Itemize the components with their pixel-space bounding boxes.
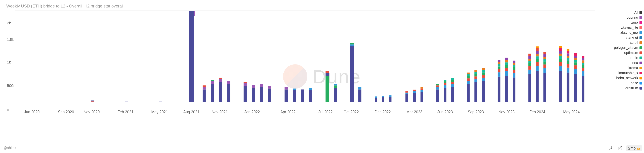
svg-rect-98 [482, 68, 485, 70]
svg-rect-177 [582, 58, 584, 60]
legend-label-starknet: starknet [626, 36, 638, 40]
svg-rect-117 [513, 65, 516, 67]
legend-item-zora[interactable]: zora [614, 20, 642, 24]
svg-rect-68 [436, 87, 439, 90]
svg-rect-158 [567, 58, 570, 61]
legend-item-linea[interactable]: linea [614, 61, 642, 65]
legend-item-boba-network[interactable]: boba_network [614, 76, 642, 80]
svg-rect-10 [159, 102, 162, 102]
svg-rect-53 [382, 97, 384, 102]
svg-rect-64 [420, 90, 423, 92]
svg-rect-108 [505, 68, 508, 71]
svg-rect-150 [559, 54, 562, 56]
svg-rect-109 [505, 65, 508, 68]
svg-rect-136 [536, 46, 539, 48]
svg-rect-171 [582, 76, 584, 102]
svg-rect-139 [544, 64, 546, 68]
svg-rect-11 [189, 11, 194, 102]
svg-rect-18 [211, 80, 214, 81]
legend-item-mantle[interactable]: mantle [614, 56, 642, 60]
svg-rect-70 [436, 84, 439, 85]
chart-svg: Jun 2020 Sep 2020 Nov 2020 Feb 2021 May … [15, 10, 595, 139]
svg-rect-130 [536, 62, 539, 66]
svg-rect-173 [582, 68, 584, 71]
svg-rect-89 [474, 76, 477, 79]
legend-item-all[interactable]: All [614, 10, 642, 14]
svg-rect-8 [91, 100, 94, 101]
svg-rect-129 [536, 66, 539, 71]
svg-rect-161 [567, 51, 570, 54]
svg-rect-25 [244, 83, 247, 86]
legend-item-scroll[interactable]: scroll [614, 41, 642, 45]
svg-rect-33 [285, 90, 288, 102]
legend-dot-polygon-zkevm [640, 46, 642, 49]
svg-rect-144 [544, 52, 546, 54]
legend-item-immutable-x[interactable]: immutable_x [614, 71, 642, 75]
download-icon[interactable] [609, 146, 614, 151]
svg-text:Nov 2020: Nov 2020 [84, 110, 100, 114]
svg-rect-141 [544, 59, 546, 62]
svg-rect-165 [574, 65, 577, 69]
svg-text:May 2021: May 2021 [151, 110, 168, 114]
legend-label-polygon-zkevm: polygon_zkevm [614, 46, 638, 50]
legend-dot-boba-network [640, 77, 642, 80]
legend-dot-base [640, 82, 642, 84]
svg-rect-175 [582, 62, 584, 65]
legend-item-loopring[interactable]: loopring [614, 16, 642, 20]
svg-rect-40 [326, 76, 329, 102]
svg-rect-164 [574, 69, 577, 74]
svg-rect-174 [582, 65, 584, 68]
svg-rect-105 [498, 60, 500, 62]
legend-dot-arbitrum [640, 87, 642, 90]
legend-item-starknet[interactable]: starknet [614, 36, 642, 40]
svg-rect-23 [227, 81, 230, 84]
svg-rect-14 [202, 87, 206, 90]
svg-rect-78 [451, 82, 454, 84]
svg-rect-149 [559, 56, 562, 59]
legend-label-arbitrum: arbitrum [626, 86, 638, 90]
legend-item-zksync-era[interactable]: zksync_era [614, 30, 642, 34]
svg-rect-135 [536, 48, 539, 51]
svg-rect-16 [211, 84, 214, 102]
legend-item-optimism[interactable]: optimism [614, 51, 642, 55]
chart-title-main: Weekly USD (ETH) bridge to L2 - Overall [6, 4, 82, 8]
svg-rect-118 [513, 63, 516, 65]
svg-rect-147 [559, 62, 562, 66]
svg-rect-54 [382, 96, 384, 97]
legend-item-arbitrum[interactable]: arbitrum [614, 86, 642, 90]
time-badge[interactable]: 2mo [626, 145, 642, 151]
legend-dot-optimism [640, 52, 642, 54]
svg-rect-41 [326, 73, 329, 76]
svg-rect-172 [582, 71, 584, 76]
legend-item-zksync-lite[interactable]: zksync_lite [614, 26, 642, 30]
svg-rect-63 [420, 92, 423, 102]
svg-rect-91 [474, 72, 477, 74]
svg-rect-169 [574, 56, 577, 58]
svg-rect-6 [65, 102, 68, 102]
svg-rect-101 [498, 69, 500, 72]
share-icon[interactable] [618, 146, 623, 151]
legend-item-kroma[interactable]: kroma [614, 66, 642, 70]
svg-rect-43 [334, 88, 337, 102]
svg-rect-143 [544, 54, 546, 57]
legend-label-base: base [630, 81, 638, 85]
legend-item-base[interactable]: base [614, 81, 642, 85]
svg-rect-38 [309, 90, 312, 102]
svg-rect-127 [528, 54, 531, 56]
svg-rect-114 [513, 73, 516, 77]
svg-rect-99 [498, 77, 500, 102]
svg-text:May 2024: May 2024 [563, 110, 580, 114]
svg-text:Feb 2024: Feb 2024 [529, 110, 545, 114]
svg-rect-37 [301, 90, 304, 102]
legend-label-zksync-lite: zksync_lite [621, 26, 638, 30]
svg-rect-52 [375, 96, 377, 98]
svg-rect-154 [567, 72, 570, 102]
svg-rect-125 [528, 58, 531, 61]
svg-rect-167 [574, 60, 577, 62]
svg-rect-96 [482, 72, 485, 75]
legend-item-polygon-zkevm[interactable]: polygon_zkevm [614, 46, 642, 50]
svg-rect-120 [528, 74, 531, 102]
svg-rect-166 [574, 62, 577, 65]
svg-rect-151 [559, 51, 562, 54]
svg-rect-45 [334, 84, 337, 85]
